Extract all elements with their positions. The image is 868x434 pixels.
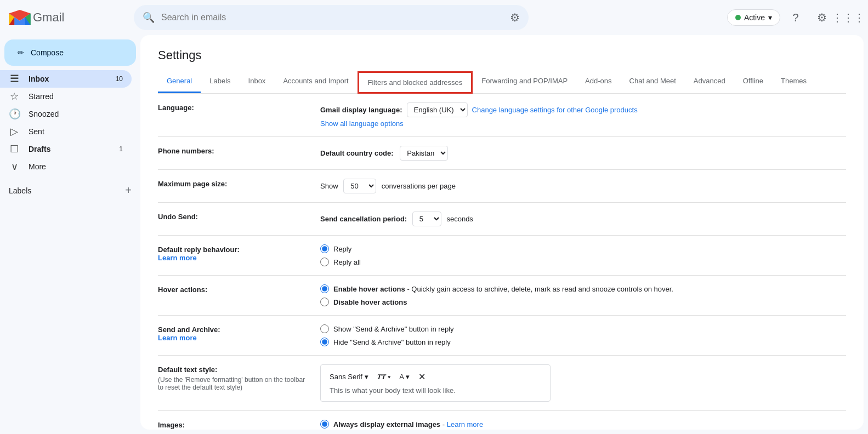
help-button[interactable]: ? [785, 7, 807, 28]
sidebar-item-inbox[interactable]: ☰ Inbox 10 [0, 70, 132, 88]
language-display-label: Gmail display language: [320, 106, 402, 114]
search-tune-icon[interactable]: ⚙ [510, 11, 520, 24]
compose-icon: ✏ [18, 48, 24, 57]
topbar: Gmail 🔍 ⚙ Active ▾ ? ⚙ ⋮⋮⋮ [0, 0, 868, 35]
sendarchive-hide-option: Hide "Send & Archive" button in reply [320, 338, 846, 346]
sidebar-item-label: Drafts [29, 145, 110, 153]
tab-themes[interactable]: Themes [772, 71, 815, 93]
font-color-btn[interactable]: A ▾ [399, 373, 410, 381]
sa-show-radio[interactable] [320, 324, 329, 333]
phone-default-label: Default country code: [320, 149, 394, 157]
textstyle-control: Sans Serif ▾ 𝑻𝑻 ▾ A ▾ ✕ This is what you… [320, 364, 846, 402]
search-bar: 🔍 ⚙ [134, 5, 529, 30]
textstyle-label: Default text style: (Use the 'Remove for… [158, 364, 311, 391]
hover-enable-label[interactable]: Enable hover actions - Quickly gain acce… [333, 285, 673, 293]
textstyle-row: Default text style: (Use the 'Remove for… [158, 356, 846, 411]
text-style-toolbar: Sans Serif ▾ 𝑻𝑻 ▾ A ▾ ✕ [330, 372, 541, 382]
topbar-right: Active ▾ ? ⚙ ⋮⋮⋮ [727, 7, 859, 28]
sendarchive-show-option: Show "Send & Archive" button in reply [320, 324, 846, 333]
undosend-suffix: seconds [446, 215, 473, 223]
font-name: Sans Serif [330, 373, 362, 381]
sidebar-item-label: Sent [29, 127, 123, 136]
search-icon: 🔍 [143, 12, 155, 24]
sa-show-label[interactable]: Show "Send & Archive" button in reply [333, 325, 454, 333]
active-status-badge[interactable]: Active ▾ [727, 9, 780, 26]
reply-single-label[interactable]: Reply [333, 245, 351, 253]
sidebar-item-more[interactable]: ∨ More [0, 158, 132, 175]
hover-disable-radio[interactable] [320, 298, 329, 306]
clear-formatting-btn[interactable]: ✕ [418, 372, 426, 382]
layout: ✏ Compose ☰ Inbox 10 ☆ Starred 🕐 Snoozed… [0, 35, 868, 434]
settings-body: Language: Gmail display language: Englis… [158, 94, 846, 430]
tab-inbox[interactable]: Inbox [240, 71, 275, 93]
tab-labels[interactable]: Labels [201, 71, 239, 93]
hover-disable-option: Disable hover actions [320, 298, 846, 306]
labels-add-button[interactable]: + [125, 184, 132, 197]
sa-hide-label[interactable]: Hide "Send & Archive" button in reply [333, 338, 451, 346]
tab-general[interactable]: General [158, 71, 201, 93]
snoozed-icon: 🕐 [9, 108, 20, 120]
sidebar-item-label: Inbox [29, 75, 107, 83]
sidebar-item-sent[interactable]: ▷ Sent [0, 123, 132, 140]
reply-all-label[interactable]: Reply all [333, 258, 361, 266]
reply-options: Reply Reply all [320, 244, 846, 266]
tab-addons[interactable]: Add-ons [576, 71, 620, 93]
sa-hide-radio[interactable] [320, 338, 329, 346]
more-icon: ∨ [9, 161, 20, 173]
sendarchive-row: Send and Archive: Learn more Show "Send … [158, 316, 846, 356]
tab-advanced[interactable]: Advanced [685, 71, 734, 93]
font-selector[interactable]: Sans Serif ▾ [330, 373, 368, 381]
pagesize-row: Maximum page size: Show 50 25 100 conver… [158, 170, 846, 203]
language-label: Language: [158, 102, 311, 112]
sent-icon: ▷ [9, 125, 20, 138]
images-always-option: Always display external images - Learn m… [320, 420, 846, 429]
sidebar-item-starred[interactable]: ☆ Starred [0, 88, 132, 105]
language-control: Gmail display language: English (UK) Cha… [320, 102, 846, 128]
tab-filters[interactable]: Filters and blocked addresses [358, 71, 473, 94]
images-always-label[interactable]: Always display external images - Learn m… [333, 420, 483, 429]
drafts-count: 1 [119, 145, 123, 153]
sidebar: ✏ Compose ☰ Inbox 10 ☆ Starred 🕐 Snoozed… [0, 35, 140, 434]
sidebar-item-label: More [29, 162, 123, 171]
replydefault-learn-more[interactable]: Learn more [158, 254, 197, 262]
pagesize-select[interactable]: 50 25 100 [343, 179, 376, 193]
sendarchive-learn-more[interactable]: Learn more [158, 334, 197, 342]
images-learn-more[interactable]: Learn more [447, 420, 483, 429]
hover-control: Enable hover actions - Quickly gain acce… [320, 284, 846, 306]
inbox-count: 10 [116, 75, 123, 83]
sendarchive-options: Show "Send & Archive" button in reply Hi… [320, 324, 846, 346]
change-language-link[interactable]: Change language settings for other Googl… [472, 106, 638, 114]
tab-offline[interactable]: Offline [734, 71, 772, 93]
settings-button[interactable]: ⚙ [811, 7, 833, 28]
phone-country-select[interactable]: Pakistan [400, 146, 448, 161]
reply-option: Reply [320, 244, 846, 253]
language-select[interactable]: English (UK) [407, 102, 468, 117]
apps-button[interactable]: ⋮⋮⋮ [837, 7, 859, 28]
labels-title: Labels [9, 186, 31, 195]
reply-single-radio[interactable] [320, 244, 329, 253]
undosend-label: Undo Send: [158, 212, 311, 221]
hover-enable-radio[interactable] [320, 284, 329, 293]
sidebar-item-drafts[interactable]: ☐ Drafts 1 [0, 140, 132, 158]
active-dot [735, 15, 741, 20]
images-always-radio[interactable] [320, 420, 329, 429]
show-all-languages-link[interactable]: Show all language options [320, 119, 404, 128]
reply-all-radio[interactable] [320, 258, 329, 266]
settings-container: Settings General Labels Inbox Accounts a… [140, 35, 864, 430]
hover-disable-label[interactable]: Disable hover actions [333, 298, 407, 306]
replydefault-control: Reply Reply all [320, 244, 846, 266]
tab-forwarding[interactable]: Forwarding and POP/IMAP [473, 71, 576, 93]
language-row: Language: Gmail display language: Englis… [158, 94, 846, 137]
tab-accounts[interactable]: Accounts and Import [274, 71, 357, 93]
sidebar-item-snoozed[interactable]: 🕐 Snoozed [0, 105, 132, 123]
tab-chat[interactable]: Chat and Meet [621, 71, 685, 93]
gmail-logo-text: Gmail [33, 10, 64, 25]
search-input[interactable] [161, 13, 503, 22]
compose-button[interactable]: ✏ Compose [4, 39, 136, 66]
font-size-btn[interactable]: 𝑻𝑻 ▾ [377, 373, 391, 381]
undosend-select[interactable]: 5 10 20 30 [412, 212, 441, 226]
images-options: Always display external images - Learn m… [320, 420, 846, 430]
phone-row: Phone numbers: Default country code: Pak… [158, 137, 846, 170]
gmail-logo: Gmail [9, 10, 129, 25]
images-label: Images: [158, 420, 311, 429]
